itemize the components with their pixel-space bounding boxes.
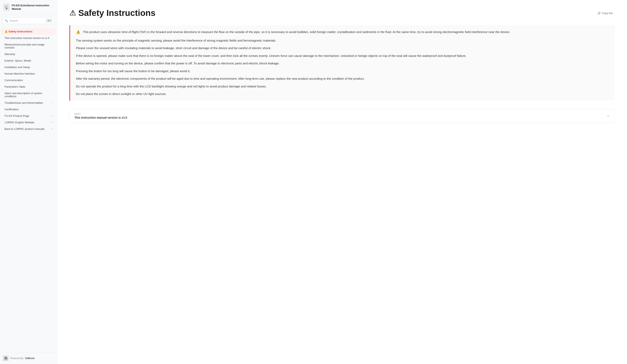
safety-paragraph-2: The sensing system works on the principl…: [76, 38, 609, 43]
sidebar: 📡 FU-ES EchoSense Instruction Manual 🔍 S…: [0, 0, 57, 364]
search-placeholder: Search: [10, 19, 45, 22]
chevron-right-icon: ›: [52, 102, 52, 104]
safety-paragraph-4: If the device is opened, please make sur…: [76, 53, 609, 58]
search-shortcut: ⌘K: [46, 19, 52, 22]
sidebar-item-installation-setup[interactable]: Installation and Setup›: [1, 64, 56, 70]
app-title: FU-ES EchoSense Instruction Manual: [12, 4, 54, 11]
external-link-icon: ↗: [51, 115, 52, 117]
chevron-right-icon: ›: [52, 66, 52, 68]
powered-by-label: Powered By: [10, 357, 23, 360]
sidebar-item-parameters-table[interactable]: Parameters Table: [1, 84, 56, 90]
sidebar-item-label: FU-ES Product Page: [4, 114, 29, 117]
link-icon: 🔗: [597, 12, 601, 15]
gitbook-brand: GitBook: [25, 357, 35, 360]
sidebar-item-label: This instruction manual version is v1.0: [4, 37, 49, 40]
search-bar[interactable]: 🔍 Search ⌘K: [2, 17, 54, 24]
safety-paragraph-8: Do not operate the product for a long ti…: [76, 84, 609, 89]
search-icon: 🔍: [5, 19, 8, 22]
warning-box-header: ⚠️ This product uses ultrasonic time-of-…: [76, 29, 609, 35]
chevron-right-icon: ›: [52, 79, 52, 82]
sidebar-item-alarm[interactable]: Alarm and description of system conditio…: [1, 90, 56, 99]
next-navigation[interactable]: Next This instruction manual version is …: [69, 109, 615, 123]
next-label: Next: [74, 113, 127, 115]
sidebar-footer: 📚 Powered By GitBook: [0, 352, 57, 364]
copy-link-button[interactable]: 🔗 Copy link: [595, 10, 615, 16]
sidebar-item-hmi[interactable]: Human Machine Interface›: [1, 71, 56, 77]
sidebar-item-label: Certification: [4, 108, 19, 111]
warning-callout-box: ⚠️ This product uses ultrasonic time-of-…: [69, 25, 615, 101]
sidebar-item-label: Back to LORRIC product manuals.: [4, 127, 45, 131]
sidebar-item-label: Installation and Setup: [4, 66, 30, 69]
sidebar-nav: ⚠️ Safety InstructionsThis instruction m…: [0, 27, 57, 352]
alert-icon: ⚠️: [76, 30, 80, 34]
app-logo-icon: 📡: [3, 4, 10, 11]
sidebar-item-label: Communication: [4, 79, 23, 82]
sidebar-item-label: Warranty: [4, 52, 15, 56]
chevron-right-icon: ›: [52, 73, 52, 75]
sidebar-item-label: LORRIC English Website: [4, 121, 34, 124]
sidebar-item-label: Exterior, Specs, Model: [4, 59, 31, 62]
safety-paragraph-9: Do not place the screen in direct sunlig…: [76, 91, 609, 97]
page-header: ⚠ Safety Instructions 🔗 Copy link: [69, 8, 615, 18]
gitbook-logo-icon: 📚: [3, 356, 8, 361]
sidebar-item-measurement[interactable]: Measurement principle and usage scenario: [1, 41, 56, 51]
external-link-icon: ↗: [51, 121, 52, 124]
sidebar-item-troubleshooting[interactable]: Troubleshoots and Abnormalities›: [1, 100, 56, 106]
sidebar-item-warranty[interactable]: Warranty: [1, 51, 56, 57]
sidebar-item-certification[interactable]: Certification: [1, 106, 56, 112]
sidebar-item-back-lorric[interactable]: Back to LORRIC product manuals.↗: [1, 126, 56, 132]
sidebar-item-product-page[interactable]: FU-ES Product Page↗: [1, 113, 56, 119]
sidebar-item-label: ⚠️ Safety Instructions: [4, 30, 32, 33]
safety-paragraph-7: After the warranty period, the electroni…: [76, 76, 609, 81]
safety-paragraphs: The sensing system works on the principl…: [76, 38, 609, 97]
safety-paragraph-6: Pressing the button for too long will ca…: [76, 68, 609, 74]
sidebar-item-version[interactable]: This instruction manual version is v1.0: [1, 35, 56, 41]
next-nav-title: This instruction manual version is v1.0: [74, 116, 127, 119]
next-nav-info: Next This instruction manual version is …: [74, 113, 127, 119]
warning-first-paragraph: This product uses ultrasonic time-of-fli…: [83, 29, 510, 35]
next-arrow-icon: →: [606, 114, 610, 118]
external-link-icon: ↗: [51, 128, 52, 130]
sidebar-header: 📡 FU-ES EchoSense Instruction Manual: [0, 0, 57, 15]
sidebar-item-communication[interactable]: Communication›: [1, 77, 56, 83]
safety-paragraph-5: Before wiring the motor and turning on t…: [76, 61, 609, 66]
sidebar-item-label: Measurement principle and usage scenario: [4, 43, 52, 49]
sidebar-item-label: Parameters Table: [4, 85, 25, 88]
sidebar-item-label: Human Machine Interface: [4, 72, 35, 75]
sidebar-item-label: Troubleshoots and Abnormalities: [4, 101, 43, 104]
sidebar-item-label: Alarm and description of system conditio…: [4, 92, 52, 98]
sidebar-item-safety-instructions[interactable]: ⚠️ Safety Instructions: [1, 28, 56, 35]
sidebar-item-exterior-specs[interactable]: Exterior, Specs, Model: [1, 57, 56, 64]
safety-paragraph-3: Please cover the unused wires with insul…: [76, 46, 609, 51]
sidebar-item-lorric-website[interactable]: LORRIC English Website↗: [1, 119, 56, 126]
main-content: ⚠ Safety Instructions 🔗 Copy link ⚠️ Thi…: [57, 0, 627, 364]
page-title: ⚠ Safety Instructions: [69, 8, 156, 18]
warning-triangle-icon: ⚠: [69, 9, 76, 17]
